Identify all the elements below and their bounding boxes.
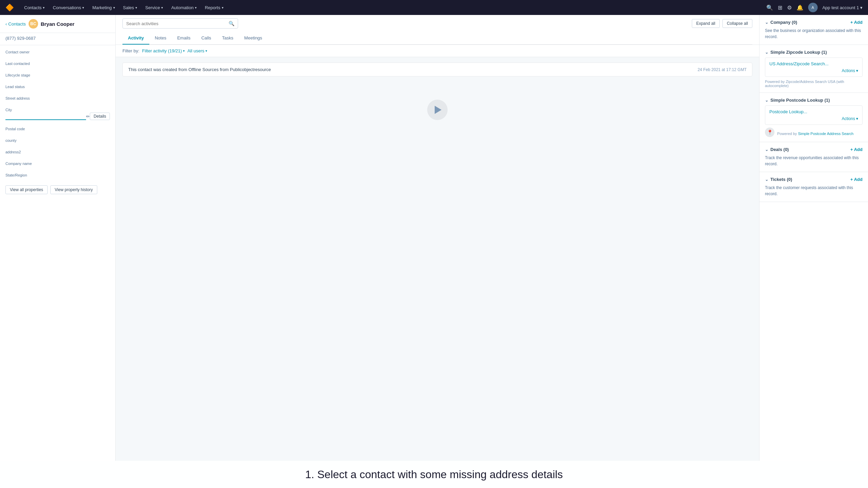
- view-property-history-button[interactable]: View property history: [50, 185, 97, 194]
- filter-activity-button[interactable]: Filter activity (19/21) ▾: [142, 48, 185, 53]
- tab-tasks[interactable]: Tasks: [217, 32, 239, 45]
- activity-text: This contact was created from Offline So…: [128, 67, 271, 72]
- tab-meetings[interactable]: Meetings: [239, 32, 268, 45]
- rs-section-header-postcode: ⌄ Simple Postcode Lookup (1): [765, 98, 863, 103]
- field-county: county: [0, 135, 115, 147]
- rs-section-zipcode: ⌄ Simple Zipcode Lookup (1) US Address/Z…: [760, 45, 868, 93]
- nav-contacts[interactable]: Contacts▾: [21, 3, 48, 12]
- field-label-address2: address2: [5, 150, 110, 154]
- city-input[interactable]: [5, 113, 86, 120]
- notifications-icon[interactable]: 🔔: [797, 4, 803, 11]
- activity-header: 🔍 Expand all Collapse all Activity Notes…: [116, 15, 759, 45]
- field-label-city: City: [5, 108, 110, 112]
- chevron-down-icon: ▾: [161, 6, 163, 10]
- nav-conversations[interactable]: Conversations▾: [49, 3, 87, 12]
- divider: [0, 45, 115, 45]
- rs-postcode-card: Postcode Lookup... Actions ▾: [765, 105, 863, 125]
- contacts-back-link[interactable]: ‹ Contacts: [5, 21, 26, 27]
- postcode-actions-button[interactable]: Actions ▾: [842, 116, 858, 121]
- field-label-street-address: Street address: [5, 96, 110, 100]
- rs-section-title-zipcode: ⌄ Simple Zipcode Lookup (1): [765, 50, 827, 55]
- nav-service[interactable]: Service▾: [142, 3, 166, 12]
- chevron-down-icon[interactable]: ⌄: [765, 98, 768, 103]
- activity-feed: This contact was created from Offline So…: [116, 57, 759, 461]
- expand-all-button[interactable]: Expand all: [692, 19, 720, 28]
- rs-postcode-card-title[interactable]: Postcode Lookup...: [769, 109, 858, 114]
- search-row: 🔍 Expand all Collapse all: [122, 15, 752, 32]
- chevron-down-icon[interactable]: ⌄: [765, 50, 768, 55]
- sidebar-buttons: View all properties View property histor…: [0, 181, 115, 198]
- play-icon: [435, 106, 441, 114]
- chevron-down-icon: ▾: [856, 68, 858, 73]
- field-last-contacted: Last contacted: [0, 58, 115, 70]
- contact-name: Bryan Cooper: [41, 21, 74, 27]
- tickets-add-button[interactable]: + Add: [850, 177, 863, 182]
- field-city: City ✏ Details: [0, 104, 115, 123]
- avatar[interactable]: A: [808, 3, 818, 12]
- settings-icon[interactable]: ⚙: [787, 4, 792, 11]
- chevron-down-icon[interactable]: ⌄: [765, 20, 768, 25]
- nav-automation[interactable]: Automation▾: [168, 3, 200, 12]
- nav-marketing[interactable]: Marketing▾: [89, 3, 118, 12]
- sidebar-header: ‹ Contacts BC Bryan Cooper: [0, 15, 115, 33]
- company-add-button[interactable]: + Add: [850, 20, 863, 25]
- chevron-down-icon: ▾: [205, 49, 207, 53]
- center-content: 🔍 Expand all Collapse all Activity Notes…: [116, 15, 759, 461]
- main-layout: ‹ Contacts BC Bryan Cooper (877) 929-068…: [0, 15, 868, 461]
- chevron-down-icon[interactable]: ⌄: [765, 147, 768, 152]
- details-button[interactable]: Details: [90, 113, 110, 120]
- rs-section-header-deals: ⌄ Deals (0) + Add: [765, 147, 863, 152]
- tab-notes[interactable]: Notes: [149, 32, 172, 45]
- rs-zipcode-card-actions: Actions ▾: [769, 68, 858, 73]
- rs-section-header-tickets: ⌄ Tickets (0) + Add: [765, 177, 863, 182]
- right-sidebar: ⌄ Company (0) + Add See the business or …: [759, 15, 868, 461]
- hubspot-logo[interactable]: 🔶: [5, 3, 14, 12]
- rs-zipcode-card-title[interactable]: US Address/Zipcode Search...: [769, 61, 858, 66]
- top-navigation: 🔶 Contacts▾ Conversations▾ Marketing▾ Sa…: [0, 0, 868, 15]
- tab-activity[interactable]: Activity: [122, 32, 149, 45]
- collapse-all-button[interactable]: Collapse all: [722, 19, 752, 28]
- search-icon[interactable]: 🔍: [229, 21, 234, 26]
- user-label[interactable]: App test account 1 ▾: [822, 5, 863, 10]
- rs-section-title-company: ⌄ Company (0): [765, 20, 797, 25]
- tab-calls[interactable]: Calls: [196, 32, 217, 45]
- chevron-down-icon: ▾: [43, 6, 45, 10]
- tab-emails[interactable]: Emails: [172, 32, 196, 45]
- view-all-properties-button[interactable]: View all properties: [5, 185, 48, 194]
- rs-section-header-company: ⌄ Company (0) + Add: [765, 20, 863, 25]
- postcode-location-icon: 📍: [765, 128, 774, 137]
- rs-section-header-zipcode: ⌄ Simple Zipcode Lookup (1): [765, 50, 863, 55]
- rs-zipcode-card: US Address/Zipcode Search... Actions ▾: [765, 57, 863, 77]
- deals-add-button[interactable]: + Add: [850, 147, 863, 152]
- field-label-lifecycle-stage: Lifecycle stage: [5, 73, 110, 77]
- field-lead-status: Lead status: [0, 81, 115, 93]
- nav-sales[interactable]: Sales▾: [120, 3, 141, 12]
- search-box: 🔍: [122, 18, 238, 29]
- chevron-down-icon[interactable]: ⌄: [765, 177, 768, 182]
- rs-section-title-deals: ⌄ Deals (0): [765, 147, 789, 152]
- play-button[interactable]: [427, 100, 448, 120]
- rs-section-company: ⌄ Company (0) + Add See the business or …: [760, 15, 868, 45]
- rs-section-postcode: ⌄ Simple Postcode Lookup (1) Postcode Lo…: [760, 93, 868, 142]
- activity-item: This contact was created from Offline So…: [122, 63, 752, 77]
- search-input[interactable]: [126, 21, 227, 26]
- nav-right-icons: 🔍 ⊞ ⚙ 🔔 A App test account 1 ▾: [766, 3, 863, 12]
- nav-reports[interactable]: Reports▾: [201, 3, 227, 12]
- edit-icon[interactable]: ✏: [86, 114, 90, 119]
- field-street-address: Street address: [0, 93, 115, 104]
- empty-state: [122, 79, 752, 140]
- zipcode-actions-button[interactable]: Actions ▾: [842, 68, 858, 73]
- rs-postcode-card-actions: Actions ▾: [769, 116, 858, 121]
- rs-company-description: See the business or organization associa…: [765, 28, 863, 40]
- chevron-down-icon: ▾: [195, 6, 197, 10]
- field-label-state-region: State/Region: [5, 173, 110, 177]
- rs-section-title-postcode: ⌄ Simple Postcode Lookup (1): [765, 98, 830, 103]
- field-label-contact-owner: Contact owner: [5, 50, 110, 54]
- back-arrow-icon: ‹: [5, 21, 7, 27]
- apps-icon[interactable]: ⊞: [778, 4, 782, 11]
- filter-users-button[interactable]: All users ▾: [187, 48, 207, 53]
- search-icon[interactable]: 🔍: [766, 4, 773, 11]
- activity-time: 24 Feb 2021 at 17:12 GMT: [698, 67, 747, 72]
- rs-section-tickets: ⌄ Tickets (0) + Add Track the customer r…: [760, 172, 868, 202]
- field-label-lead-status: Lead status: [5, 85, 110, 89]
